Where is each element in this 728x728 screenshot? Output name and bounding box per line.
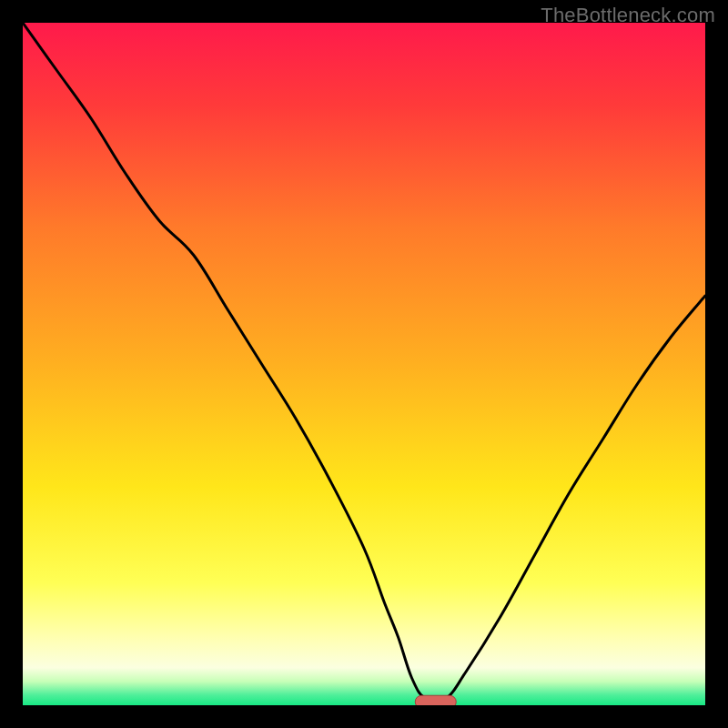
optimal-marker	[415, 695, 456, 705]
watermark-text: TheBottleneck.com	[541, 4, 715, 27]
chart-frame: TheBottleneck.com	[0, 0, 728, 728]
plot-area	[23, 23, 705, 705]
bottleneck-chart	[23, 23, 705, 705]
gradient-background	[23, 23, 705, 705]
